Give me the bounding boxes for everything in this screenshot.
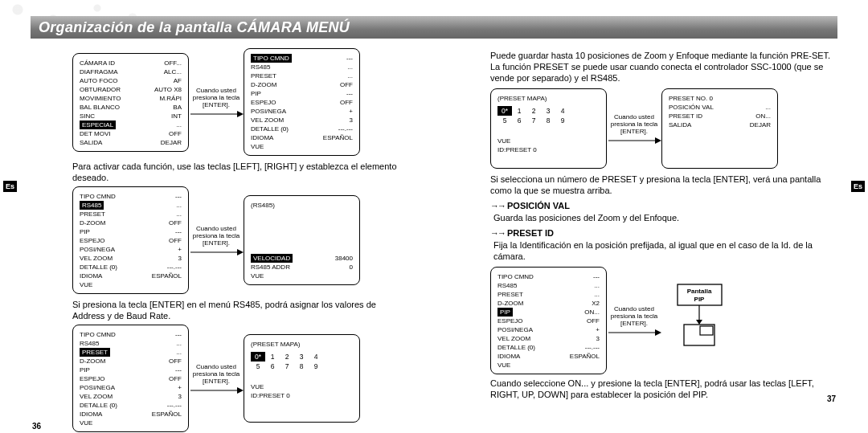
text-posicion-body: Guarda las posiciones del Zoom y del Enf…	[493, 212, 836, 223]
text-activate: Para activar cada función, use las tecla…	[72, 161, 410, 183]
panel-rs485-sel: TIPO CMND---RS485...PRESET...D-ZOOMOFFPI…	[72, 186, 189, 294]
pip-label-2: PIP	[694, 296, 706, 303]
heading-posicion-val-label: POSICIÓN VAL	[507, 201, 570, 210]
svg-rect-14	[700, 326, 713, 335]
pip-diagram: Pantalla PIP	[661, 280, 758, 362]
panel-preset-mapa-1: (PRESET MAPA)0*123456789VUEID:PRESET 0	[244, 334, 360, 423]
lang-tab-left: Es	[3, 181, 17, 192]
section-posicion: →→POSICIÓN VAL Guarda las posiciones del…	[490, 201, 836, 262]
arrow-1: Cuando ustedpresiona la tecla[ENTER].	[189, 87, 244, 118]
title-bar: Organización de la pantalla CÁMARA MENÚ	[31, 16, 837, 39]
text-pip: Cuando seleccione ON... y presione la te…	[490, 378, 836, 400]
svg-marker-12	[696, 320, 702, 325]
panel-preset-mapa-2: (PRESET MAPA)0*123456789VUEID:PRESET 0	[490, 88, 607, 169]
text-intro: Puede guardar hasta 10 posiciones de Zoo…	[490, 50, 836, 84]
panel-preset-no: PRESET NO. 0POSICIÓN VAL...PRESET IDON..…	[661, 88, 778, 169]
row-2: TIPO CMND---RS485...PRESET...D-ZOOMOFFPI…	[72, 186, 426, 294]
heading-preset-id-label: PRESET ID	[507, 228, 554, 238]
pip-label-1: Pantalla	[687, 288, 712, 295]
bullet-arrows-icon: →→	[490, 201, 505, 210]
bullet-arrows-icon: →→	[490, 228, 505, 238]
text-preset-id-body: Fija la Identificación en la posición pr…	[493, 239, 836, 262]
row-1: CÁMARA IDOFF...DIAFRAGMAALC...AUTO FOCOA…	[72, 48, 426, 156]
svg-marker-9	[655, 329, 661, 336]
svg-marker-1	[237, 111, 244, 117]
svg-marker-7	[655, 137, 661, 144]
row-r1: (PRESET MAPA)0*123456789VUEID:PRESET 0 C…	[490, 88, 836, 169]
row-3: TIPO CMND---RS485...PRESET...D-ZOOMOFFPI…	[72, 325, 426, 432]
arrow-2: Cuando ustedpresiona la tecla[ENTER].	[189, 225, 244, 256]
panel-tipo-cmnd: TIPO CMND---RS485...PRESET...D-ZOOMOFFPI…	[244, 48, 360, 156]
panel-camera-menu: CÁMARA IDOFF...DIAFRAGMAALC...AUTO FOCOA…	[72, 53, 189, 152]
panel-rs485-detail: (RS485) VELOCIDAD38400RS485 ADDR0VUE	[244, 195, 360, 285]
page-left: CÁMARA IDOFF...DIAFRAGMAALC...AUTO FOCOA…	[32, 48, 426, 432]
heading-posicion-val: →→POSICIÓN VAL	[490, 201, 836, 210]
page-number-right: 37	[827, 394, 836, 403]
page-right: Puede guardar hasta 10 posiciones de Zoo…	[442, 48, 836, 405]
row-r2: TIPO CMND---RS485...PRESET...D-ZOOMX2PIP…	[490, 267, 836, 374]
text-select-preset: Si selecciona un número de PRESET y pres…	[490, 174, 836, 196]
arrow-r1: Cuando ustedpresiona la tecla[ENTER].	[607, 113, 661, 145]
panel-preset-sel: TIPO CMND---RS485...PRESET...D-ZOOMOFFPI…	[72, 325, 189, 432]
text-rs485: Si presiona la tecla [ENTER] en el menú …	[72, 299, 410, 321]
arrow-3: Cuando ustedpresiona la tecla[ENTER].	[189, 363, 244, 394]
heading-preset-id: →→PRESET ID	[490, 228, 836, 238]
lang-tab-right: Es	[851, 181, 865, 192]
svg-marker-3	[237, 249, 244, 255]
panel-pip-sel: TIPO CMND---RS485...PRESET...D-ZOOMX2PIP…	[490, 267, 607, 374]
page-title: Organización de la pantalla CÁMARA MENÚ	[39, 19, 350, 36]
svg-marker-5	[237, 387, 244, 394]
arrow-r2: Cuando ustedpresiona la tecla[ENTER].	[607, 305, 661, 337]
page-number-left: 36	[32, 422, 41, 431]
